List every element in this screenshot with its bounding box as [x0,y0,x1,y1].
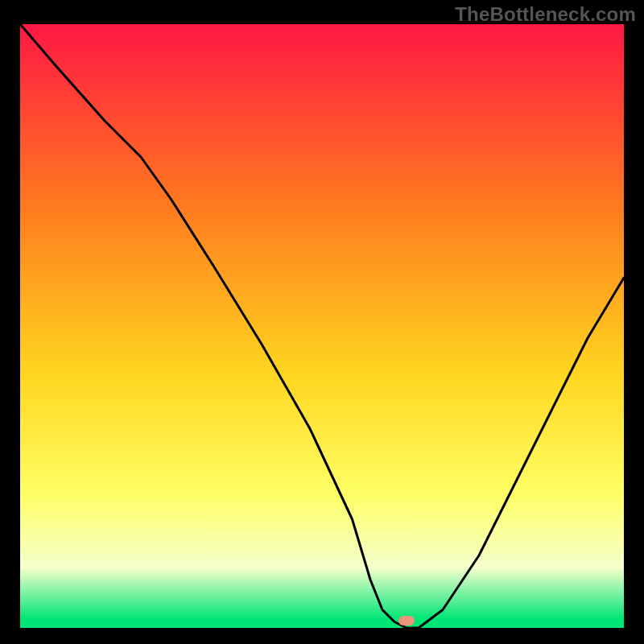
optimal-point-marker [398,616,415,625]
watermark-text: TheBottleneck.com [455,3,636,26]
chart-frame: TheBottleneck.com [0,0,644,644]
bottleneck-curve [20,24,624,628]
plot-area [20,24,624,624]
